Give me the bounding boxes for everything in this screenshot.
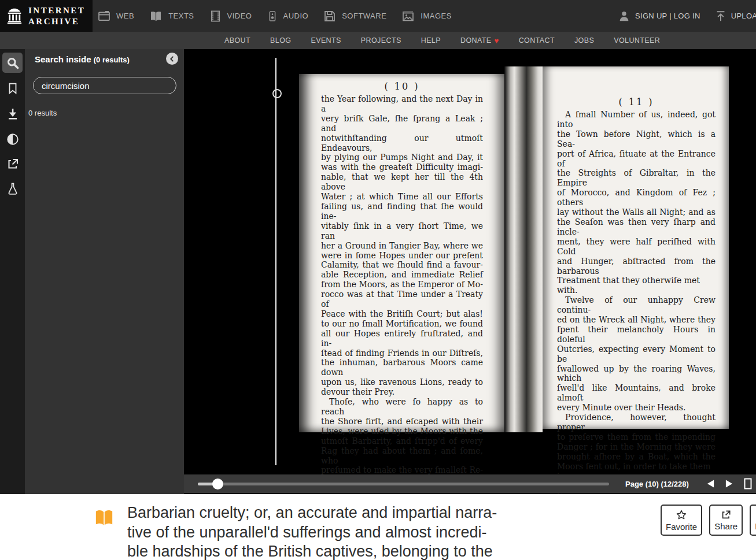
book-text-line: vitably ſink in a very ſhort Time, we ra… xyxy=(321,221,483,241)
favorite-button[interactable]: Favorite xyxy=(661,505,702,536)
book-text-line: ſwallowed up by the roaring Waves, which xyxy=(557,364,716,384)
nav-tab-software[interactable]: SOFTWARE xyxy=(323,9,386,23)
book-text-line: Treatment that they otherwiſe met with. xyxy=(557,276,716,295)
secondary-navbar: ABOUT BLOG EVENTS PROJECTS HELP DONATE ♥… xyxy=(0,32,756,49)
next-page-button[interactable] xyxy=(723,479,735,489)
nav-projects[interactable]: PROJECTS xyxy=(361,36,401,44)
chevron-right-triangle-icon xyxy=(725,479,733,488)
book-text-line: ſtead of finding Friends in our Diſtreſs… xyxy=(321,348,483,358)
nav-tab-video[interactable]: VIDEO xyxy=(209,9,252,23)
search-results-count: 0 results xyxy=(28,109,57,117)
nav-tab-audio[interactable]: AUDIO xyxy=(267,9,309,23)
book-text-line: utmoſt Barbarity, and ſtripp'd of every xyxy=(321,436,483,446)
book-text-line: Water ; at which Time all our Efforts xyxy=(321,192,483,202)
logo-line1: INTERNET xyxy=(28,5,85,16)
search-inside-input[interactable] xyxy=(33,77,176,94)
book-text-line: preſumed to make the very ſmalleſt Re- xyxy=(321,465,483,475)
upload-link[interactable]: UPLOAD xyxy=(714,10,756,23)
previous-page-button[interactable] xyxy=(705,479,716,489)
images-icon xyxy=(401,9,415,23)
book-text-line: Thoſe, who were ſo happy as to reach xyxy=(321,397,483,417)
book-text-line: the Town before Night, which is a Sea- xyxy=(557,129,716,149)
page-number-heading: ( 11 ) xyxy=(557,97,716,107)
book-title[interactable]: Barbarian cruelty; or, an accurate and i… xyxy=(127,503,497,560)
archive-columns-icon xyxy=(6,6,23,26)
book-text-line: very briſk Gale, ſhe ſprang a Leak ; and xyxy=(321,114,483,133)
nav-donate[interactable]: DONATE ♥ xyxy=(460,36,499,45)
audio-icon xyxy=(267,9,278,23)
upload-label: UPLOAD xyxy=(731,12,756,20)
nav-tab-web[interactable]: WEB xyxy=(97,9,134,23)
nav-tab-label: IMAGES xyxy=(421,12,452,20)
book-page-left[interactable]: ( 10 )the Year following, and the next D… xyxy=(299,74,504,432)
share-icon xyxy=(6,157,20,171)
media-type-tabs: WEB TEXTS xyxy=(97,0,452,32)
signup-login-link[interactable]: SIGN UP | LOG IN xyxy=(635,12,700,20)
tool-download[interactable] xyxy=(2,103,23,124)
share-label: Share xyxy=(714,521,737,531)
search-inside-panel: Search inside (0 results) 0 results xyxy=(25,49,184,494)
page-indicator: Page (10) (12/228) xyxy=(625,474,689,493)
book-viewer[interactable]: ( 10 )the Year following, and the next D… xyxy=(184,49,756,494)
book-text-line: Lives, were uſed by the Moors with the xyxy=(321,427,483,436)
nav-volunteer[interactable]: VOLUNTEER xyxy=(614,36,660,44)
chevron-left-icon xyxy=(168,55,176,63)
internet-archive-bookreader: INTERNET ARCHIVE WEB xyxy=(0,0,756,560)
book-text-line: were in ſome Hopes under our preſent xyxy=(321,251,483,261)
tool-experiments[interactable] xyxy=(2,179,23,199)
nav-tab-label: VIDEO xyxy=(227,12,252,20)
book-text-line: ment, they were half periſhed with Cold xyxy=(557,237,716,257)
texts-icon xyxy=(149,9,163,23)
nav-jobs[interactable]: JOBS xyxy=(574,36,594,44)
nav-contact[interactable]: CONTACT xyxy=(519,36,555,44)
book-text-line: the inhuman, barbarous Moors came down xyxy=(321,358,483,377)
book-text-line: notwithſtanding our utmoſt Endeavours, xyxy=(321,133,483,153)
book-text-line: and Hunger, abſtracted from the barbarou… xyxy=(557,257,716,276)
item-info-footer: Barbarian cruelty; or, an accurate and i… xyxy=(0,494,756,560)
account-area: SIGN UP | LOG IN UPLOAD xyxy=(618,0,756,32)
share-icon xyxy=(720,509,732,521)
nav-about[interactable]: ABOUT xyxy=(224,36,250,44)
nav-tab-label: SOFTWARE xyxy=(342,12,386,20)
nav-donate-label: DONATE xyxy=(460,36,492,44)
tool-search[interactable] xyxy=(2,53,23,73)
search-icon xyxy=(6,56,20,70)
panel-title-text: Search inside xyxy=(35,54,91,64)
one-page-view-toggle[interactable] xyxy=(742,479,754,489)
internet-archive-logo[interactable]: INTERNET ARCHIVE xyxy=(0,0,93,32)
book-page-right[interactable]: ( 11 )A ſmall Number of us, indeed, got … xyxy=(543,66,729,429)
page-slider[interactable] xyxy=(198,483,609,485)
top-navbar: INTERNET ARCHIVE WEB xyxy=(0,0,756,32)
scan-artifact-line xyxy=(275,58,276,465)
nav-tab-images[interactable]: IMAGES xyxy=(401,9,452,23)
tool-visual-adjustments[interactable] xyxy=(2,129,23,149)
book-title-line: ble hardships of the British captives, b… xyxy=(127,542,497,560)
book-text-line: devour their Prey. xyxy=(321,387,483,397)
book-text-line: A ſmall Number of us, indeed, got into xyxy=(557,110,716,129)
reader-controls-bar: Page (10) (12/228) xyxy=(184,474,756,493)
nav-help[interactable]: HELP xyxy=(421,36,441,44)
book-text-line: of Morocco, and Kingdom of Fez ; others xyxy=(557,188,716,207)
scan-artifact-ring xyxy=(272,89,282,98)
nav-tab-texts[interactable]: TEXTS xyxy=(149,9,194,23)
favorite-label: Favorite xyxy=(666,522,697,532)
book-text-line: lay without the Walls all Night; and as xyxy=(557,207,716,217)
web-icon xyxy=(97,9,111,23)
person-icon xyxy=(618,10,630,23)
page-slider-handle[interactable] xyxy=(212,479,223,489)
tool-share[interactable] xyxy=(2,154,23,174)
flag-button[interactable]: Flag xyxy=(750,505,756,536)
texts-collection-icon xyxy=(91,506,117,529)
nav-tab-label: WEB xyxy=(116,12,134,20)
book-text-line: the Streights of Gibraltar, in the Empir… xyxy=(557,168,716,188)
book-text-line: ed on the Wreck all Night, where they xyxy=(557,315,716,325)
reader-tool-strip xyxy=(0,49,25,494)
star-icon xyxy=(675,509,688,521)
nav-events[interactable]: EVENTS xyxy=(311,36,341,44)
nav-blog[interactable]: BLOG xyxy=(270,36,291,44)
book-text-line: nable, that we kept her till the 4th abo… xyxy=(321,172,483,192)
tool-bookmarks[interactable] xyxy=(2,78,23,98)
collapse-panel-button[interactable] xyxy=(166,53,178,65)
book-text-line: was with the greateſt Difficulty imagi- xyxy=(321,162,483,172)
share-button[interactable]: Share xyxy=(709,505,743,536)
